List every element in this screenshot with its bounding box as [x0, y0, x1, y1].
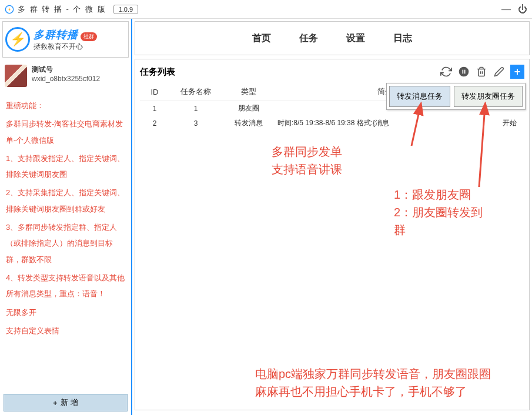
minimize-button[interactable]: — — [501, 4, 511, 15]
app-icon — [5, 5, 14, 14]
task-type-popup: 转发消息任务 转发朋友圈任务 — [386, 83, 526, 110]
app-title: 多 群 转 播 - 个 微 版 — [18, 4, 106, 15]
annotation-3: 电脑pc端独家万群同步转发语音，朋友圈跟圈 麻麻再也不用担心手机卡了，手机不够了 — [255, 365, 491, 400]
col-id: ID — [140, 83, 169, 101]
svg-rect-3 — [464, 70, 466, 74]
tab-settings[interactable]: 设置 — [346, 32, 365, 45]
forward-moments-task-button[interactable]: 转发朋友圈任务 — [454, 86, 523, 107]
logo-subtitle: 拯救教育不开心 — [34, 42, 97, 52]
feature-description: 重磅功能： 多群同步转发-淘客社交电商素材发单-个人微信版 1、支持跟发指定人、… — [0, 92, 131, 390]
logo-area: ⚡ 多群转播社群 拯救教育不开心 — [2, 21, 129, 58]
user-name: 测试号 — [32, 65, 100, 75]
avatar[interactable] — [5, 65, 27, 87]
task-panel: 任务列表 + ID 任务名称 类型 简介 — [135, 59, 530, 410]
power-button[interactable]: ⏻ — [518, 4, 527, 15]
logo-icon: ⚡ — [5, 27, 30, 52]
forward-message-task-button[interactable]: 转发消息任务 — [389, 86, 450, 107]
annotation-2: 1：跟发朋友圈 2：朋友圈转发到 群 — [394, 186, 483, 239]
version-badge: 1.0.9 — [113, 5, 138, 14]
table-row[interactable]: 2 3 转发消息 时间:8/5 19:38-8/6 19:38 格式:{消息 开… — [140, 116, 524, 130]
edit-icon[interactable] — [493, 65, 506, 78]
add-button[interactable]: + 新 增 — [4, 394, 128, 411]
refresh-icon[interactable] — [440, 65, 453, 78]
col-type: 类型 — [222, 83, 275, 101]
svg-rect-2 — [463, 70, 464, 74]
nav-tabs: 首页 任务 设置 日志 — [135, 21, 530, 55]
col-name: 任务名称 — [169, 83, 222, 101]
annotation-1: 多群同步发单 支持语音讲课 — [272, 143, 342, 178]
user-id: wxid_o8btx3255cf012 — [32, 75, 100, 83]
content-area: 首页 任务 设置 日志 任务列表 + ID — [132, 19, 532, 415]
user-area: 测试号 wxid_o8btx3255cf012 — [0, 60, 131, 92]
tab-tasks[interactable]: 任务 — [299, 32, 318, 45]
tab-logs[interactable]: 日志 — [393, 32, 412, 45]
add-task-button[interactable]: + — [510, 65, 524, 79]
tab-home[interactable]: 首页 — [252, 32, 271, 45]
panel-title: 任务列表 — [140, 66, 175, 78]
logo-badge: 社群 — [81, 32, 97, 41]
delete-icon[interactable] — [475, 65, 488, 78]
logo-main-text: 多群转播 — [34, 29, 78, 41]
svg-point-1 — [459, 67, 469, 77]
pause-icon[interactable] — [457, 65, 470, 78]
plus-icon: + — [53, 399, 58, 407]
titlebar: 多 群 转 播 - 个 微 版 1.0.9 — ⏻ — [0, 0, 532, 19]
sidebar: ⚡ 多群转播社群 拯救教育不开心 测试号 wxid_o8btx3255cf012… — [0, 19, 132, 415]
